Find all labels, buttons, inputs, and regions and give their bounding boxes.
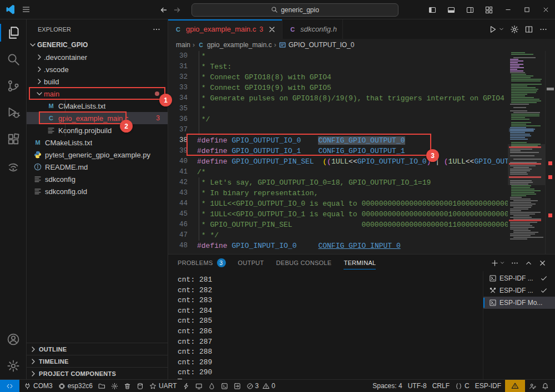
tree-item-kconfig-projbuild[interactable]: Kconfig.projbuild: [27, 124, 168, 136]
status-export-icon[interactable]: [231, 380, 244, 392]
section-outline[interactable]: OUTLINE: [27, 343, 168, 355]
plus-icon[interactable]: [491, 259, 499, 267]
indent-guide: [65, 124, 65, 136]
minimap-viewport[interactable]: [508, 144, 545, 185]
status-database-icon[interactable]: [134, 380, 147, 392]
terminal-list-item[interactable]: ESP-IDF ...: [483, 284, 555, 297]
code-editor[interactable]: 30 * 31 * Test: 32 * Connect GPIO18(8) w…: [168, 51, 508, 254]
activity-item-explorer[interactable]: [0, 19, 27, 46]
code-line-42: 42 * Let's say, GPIO_OUTPUT_IO_0=18, GPI…: [168, 177, 508, 188]
activity-item-settings[interactable]: [0, 353, 27, 379]
split-editor-icon[interactable]: [524, 25, 533, 34]
status-trash-icon[interactable]: [121, 380, 134, 392]
tree-item--devcontainer[interactable]: .devcontainer: [27, 51, 168, 63]
close-icon[interactable]: [538, 259, 547, 267]
status-monitor-icon[interactable]: [193, 380, 205, 392]
code-line-43: 43 * In binary representation,: [168, 188, 508, 198]
tree-item-readme-md[interactable]: README.md: [27, 161, 168, 173]
status-crlf[interactable]: CRLF: [430, 380, 452, 392]
chip-icon: [58, 383, 65, 390]
panel-tab-terminal[interactable]: TERMINAL: [344, 254, 376, 271]
status-warning-item[interactable]: [505, 380, 525, 392]
config-file-icon: [33, 175, 42, 184]
activity-item-extensions[interactable]: [0, 126, 27, 152]
status-esp32c6[interactable]: esp32c6: [56, 380, 95, 392]
panel-tab-output[interactable]: OUTPUT: [238, 254, 264, 271]
activity-item-run-debug[interactable]: [0, 99, 27, 126]
chevron-down-icon[interactable]: [498, 26, 504, 32]
python-file-icon: [33, 150, 42, 159]
activity-item-accounts[interactable]: [0, 326, 27, 353]
status-uart[interactable]: UART: [147, 380, 179, 392]
status-feedback-icon[interactable]: [526, 380, 539, 392]
panel-tab-debug-console[interactable]: DEBUG CONSOLE: [276, 254, 332, 271]
terminal-output[interactable]: cnt: 281cnt: 282cnt: 283cnt: 284cnt: 285…: [168, 271, 483, 379]
tree-item-main[interactable]: main: [27, 88, 168, 100]
gear-icon[interactable]: [510, 25, 519, 34]
line-number: 44: [168, 198, 197, 209]
breadcrumb-folder[interactable]: main: [176, 41, 190, 49]
overview-ruler[interactable]: [545, 51, 555, 254]
chevron-up-icon[interactable]: [524, 259, 533, 267]
status-com3[interactable]: COM3: [21, 380, 56, 392]
status-bell-icon[interactable]: [539, 380, 552, 392]
tree-item--vscode[interactable]: .vscode: [27, 63, 168, 75]
tree-root[interactable]: GENERIC_GPIO: [27, 39, 168, 51]
status-zap-icon[interactable]: [180, 380, 193, 392]
minimize-button[interactable]: [498, 0, 517, 19]
panel-tab-problems[interactable]: PROBLEMS 3: [178, 254, 226, 271]
indent-guide: [65, 100, 65, 112]
layout-customize-icon[interactable]: [485, 6, 493, 14]
tree-item-gpio-example-main-c[interactable]: Cgpio_example_main.c3: [27, 112, 168, 124]
breadcrumb-symbol[interactable]: GPIO_OUTPUT_IO_0: [289, 41, 355, 49]
status-gear-icon[interactable]: [108, 380, 121, 392]
status-terminal-icon[interactable]: [218, 380, 231, 392]
layout-panel-icon[interactable]: [447, 6, 456, 14]
forward-arrow-icon[interactable]: [173, 6, 181, 14]
back-arrow-icon[interactable]: [159, 6, 168, 14]
maximize-button[interactable]: [517, 0, 536, 19]
layout-sidebar-right-icon[interactable]: [466, 6, 475, 14]
activity-item-source-control[interactable]: [0, 73, 27, 99]
tree-item-sdkconfig[interactable]: sdkconfig: [27, 173, 168, 185]
close-window-button[interactable]: [536, 0, 555, 19]
ellipsis-icon[interactable]: [511, 259, 519, 267]
search-input[interactable]: generic_gpio: [191, 3, 398, 17]
close-tab-icon[interactable]: [268, 25, 276, 34]
tree-item-build[interactable]: build: [27, 75, 168, 88]
terminal-list-item[interactable]: ESP-IDF ...: [483, 272, 555, 284]
status-folder-icon[interactable]: [95, 380, 108, 392]
breadcrumb-file[interactable]: gpio_example_main.c: [207, 41, 272, 49]
activity-item-search[interactable]: [0, 46, 27, 73]
status-utf-8[interactable]: UTF-8: [405, 380, 430, 392]
explorer-more-actions-icon[interactable]: [152, 25, 161, 34]
status-c[interactable]: C: [452, 380, 472, 392]
status-esp-idf[interactable]: ESP-IDF: [472, 380, 504, 392]
section-timeline[interactable]: TIMELINE: [27, 355, 168, 367]
status-bar: COM3 esp32c6 UART 3 0 Spaces: 4 UTF-8 CR…: [0, 379, 555, 392]
remote-indicator[interactable]: [0, 380, 19, 392]
vscode-logo-icon: [5, 4, 16, 15]
status-problems[interactable]: 3 0: [244, 380, 278, 392]
chevron-down-icon[interactable]: [500, 260, 505, 266]
section-project-components[interactable]: PROJECT COMPONENTS: [27, 367, 168, 379]
tree-item-cmakelists-txt[interactable]: MCMakeLists.txt: [27, 136, 168, 149]
tree-item-sdkconfig-old[interactable]: sdkconfig.old: [27, 185, 168, 197]
tree-item-cmakelists-txt[interactable]: MCMakeLists.txt: [27, 100, 168, 112]
minimap[interactable]: [508, 51, 545, 254]
terminal-list-item[interactable]: ESP-IDF Mo...: [483, 297, 555, 309]
line-number: 48: [168, 241, 197, 251]
layout-sidebar-left-icon[interactable]: [428, 6, 437, 14]
run-icon[interactable]: [488, 25, 497, 34]
status-flame-icon[interactable]: [205, 380, 218, 392]
tab-gpio-example-main-c[interactable]: Cgpio_example_main.c 3: [168, 19, 282, 39]
ellipsis-icon[interactable]: [539, 25, 548, 34]
tab-sdkconfig-h[interactable]: Csdkconfig.h: [282, 19, 343, 39]
tree-item-pytest-generic-gpio-example-py[interactable]: pytest_generic_gpio_example.py: [27, 149, 168, 161]
menu-icon[interactable]: [22, 5, 31, 14]
check-icon: [540, 274, 548, 282]
status-spaces-4[interactable]: Spaces: 4: [370, 380, 405, 392]
search-text: generic_gpio: [281, 6, 319, 14]
activity-item-esp-idf[interactable]: [0, 152, 27, 179]
tree-item-label: build: [44, 78, 59, 86]
